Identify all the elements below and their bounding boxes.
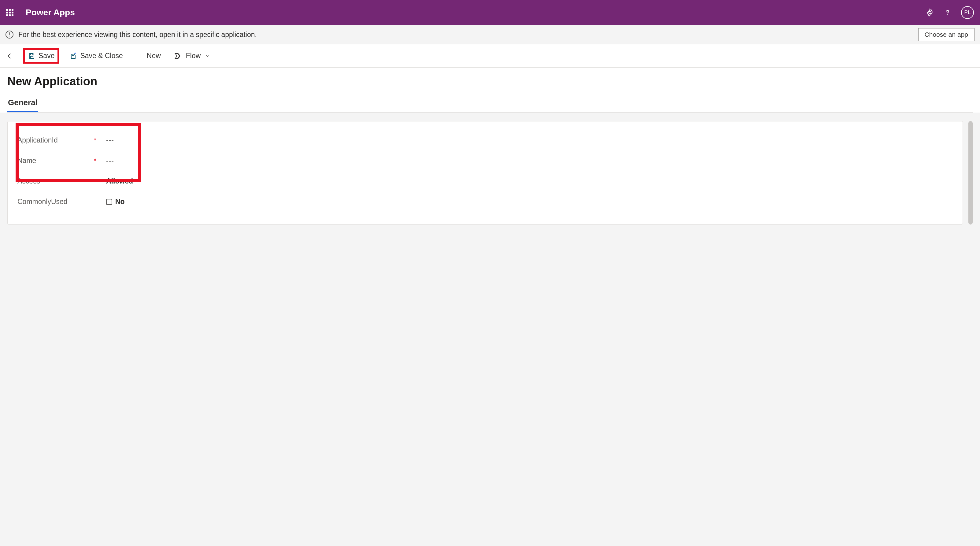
field-applicationid[interactable]: ApplicationId * --- [18, 130, 953, 151]
field-value[interactable]: --- [106, 136, 114, 144]
field-label: CommonlyUsed [18, 197, 94, 206]
svg-rect-4 [72, 54, 74, 56]
choose-app-button[interactable]: Choose an app [918, 28, 975, 41]
save-close-label: Save & Close [80, 52, 123, 60]
user-avatar[interactable]: PL [961, 6, 974, 19]
form-wrapper: ApplicationId * --- Name * --- Access * … [0, 113, 980, 232]
flow-button[interactable]: Flow [171, 50, 214, 62]
new-button[interactable]: New [133, 50, 164, 62]
notice-text: For the best experience viewing this con… [18, 30, 918, 39]
form-card: ApplicationId * --- Name * --- Access * … [7, 121, 963, 224]
field-label: Name [18, 157, 94, 165]
field-access[interactable]: Access * Allowed [18, 171, 953, 191]
page-title: New Application [7, 75, 973, 88]
required-indicator: * [94, 137, 106, 144]
content-area: New Application General [0, 68, 980, 113]
notice-bar: ! For the best experience viewing this c… [0, 25, 980, 45]
flow-label: Flow [186, 52, 201, 60]
save-button[interactable]: Save [23, 48, 59, 64]
settings-icon[interactable] [926, 8, 934, 17]
field-label: Access [18, 177, 94, 185]
info-icon: ! [5, 30, 13, 38]
tabs: General [7, 96, 973, 113]
field-label: ApplicationId [18, 136, 94, 144]
waffle-icon[interactable] [6, 9, 13, 16]
app-header: Power Apps PL [0, 0, 980, 25]
required-indicator: * [94, 178, 106, 185]
svg-rect-3 [30, 56, 33, 59]
required-indicator: * [94, 157, 106, 164]
chevron-down-icon [205, 53, 210, 59]
scrollbar[interactable] [968, 121, 973, 224]
save-close-button[interactable]: Save & Close [67, 50, 126, 62]
brand-label: Power Apps [26, 8, 75, 18]
save-label: Save [38, 52, 54, 60]
svg-point-1 [947, 14, 948, 15]
checkbox-label: No [115, 197, 125, 206]
field-value[interactable]: --- [106, 157, 114, 165]
svg-rect-2 [30, 54, 33, 55]
field-value[interactable]: No [106, 197, 125, 206]
field-value[interactable]: Allowed [106, 177, 133, 185]
svg-point-0 [929, 11, 931, 13]
field-commonlyused[interactable]: CommonlyUsed No [18, 191, 953, 212]
tab-general[interactable]: General [7, 96, 38, 112]
command-bar: Save Save & Close New Flow [0, 45, 980, 68]
new-label: New [147, 52, 161, 60]
field-name[interactable]: Name * --- [18, 151, 953, 171]
back-button[interactable] [5, 52, 13, 60]
help-icon[interactable] [943, 8, 952, 17]
commonlyused-checkbox[interactable] [106, 199, 112, 205]
